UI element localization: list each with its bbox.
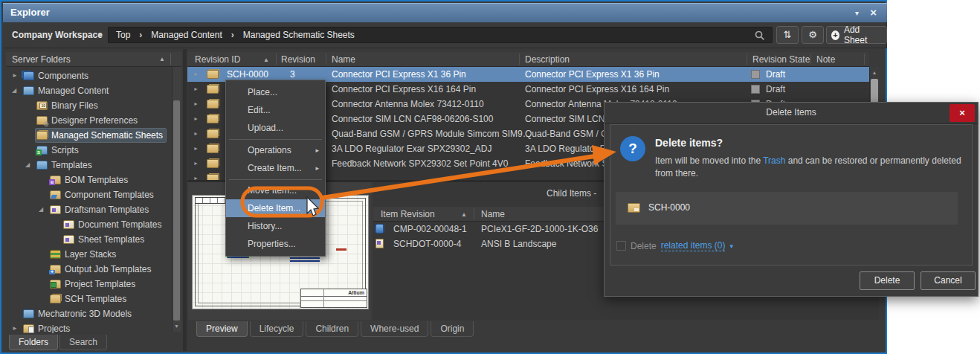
tree-item[interactable]: ► Projects [6, 321, 172, 333]
breadcrumb-item-managed-schematic-sheets[interactable]: Managed Schematic Sheets [243, 30, 355, 40]
tree-item[interactable]: Document Templates [6, 217, 172, 232]
tree-header[interactable]: Server Folders ▲ [6, 52, 181, 67]
schematic-component-glyph [336, 248, 346, 251]
refresh-button[interactable]: ⇅ [776, 26, 799, 44]
schematic-sheet-icon [207, 100, 219, 109]
row-expander-icon[interactable]: ► [193, 101, 199, 106]
folder-icon [63, 220, 74, 229]
column-divider[interactable] [276, 54, 277, 65]
col-revision-id[interactable]: Revision ID [195, 54, 240, 65]
tree-item[interactable]: ◢ Managed Content [6, 83, 172, 98]
tree-item[interactable]: Mechatronic 3D Models [6, 306, 172, 321]
tree-item[interactable]: ◢ Draftsman Templates [6, 202, 172, 217]
column-divider[interactable] [810, 54, 811, 65]
dialog-title-bar[interactable]: Delete Items × [605, 103, 978, 124]
col-revision-state[interactable]: Revision State [752, 54, 810, 65]
preview-tab[interactable]: Origin [431, 321, 474, 337]
col-item-revision[interactable]: Item Revision [381, 209, 435, 219]
sort-asc-icon[interactable]: ▲ [263, 57, 269, 63]
row-expander-icon[interactable]: ► [193, 116, 199, 121]
col-description[interactable]: Description [525, 54, 570, 65]
delete-item-row[interactable]: SCH-0000 [616, 192, 958, 225]
add-sheet-button[interactable]: + Add Sheet [826, 26, 887, 44]
menu-item[interactable]: Place... ▸ [226, 83, 325, 101]
vertical-splitter[interactable] [183, 49, 187, 351]
related-items-link[interactable]: related items (0) [661, 240, 726, 251]
related-items-caret-icon[interactable]: ▾ [729, 242, 733, 250]
bottom-tab[interactable]: Folders [9, 335, 58, 350]
workspace-selector[interactable]: Company Workspace [12, 30, 103, 40]
row-expander-icon[interactable]: ► [193, 146, 199, 151]
dialog-close-button[interactable]: × [950, 104, 975, 122]
menu-item[interactable]: Create Item... ▸ [226, 159, 325, 177]
preview-tab[interactable]: Lifecycle [250, 321, 304, 337]
breadcrumb-item-managed-content[interactable]: Managed Content [151, 30, 222, 40]
row-expander-icon[interactable]: ► [193, 161, 199, 166]
settings-button[interactable]: ⚙ [802, 26, 824, 44]
panel-close-icon[interactable]: × [870, 6, 877, 19]
folder-icon [23, 324, 34, 333]
col-note[interactable]: Note [816, 54, 835, 65]
column-divider[interactable] [326, 54, 326, 65]
preview-tab[interactable]: Where-used [361, 321, 428, 337]
tree-expander-icon[interactable]: ◢ [12, 83, 22, 98]
row-expander-icon[interactable]: ► [193, 86, 199, 91]
col-name[interactable]: Name [332, 54, 355, 65]
tree-scrollbar-thumb[interactable] [173, 100, 180, 321]
tree-expander-icon[interactable]: ► [12, 68, 22, 83]
column-divider[interactable] [519, 54, 520, 65]
col-child-name[interactable]: Name [481, 209, 505, 219]
tree-sort-asc-icon[interactable]: ▲ [159, 56, 165, 62]
tree-item[interactable]: Component Templates [6, 187, 172, 202]
trash-link[interactable]: Trash [763, 155, 785, 166]
tree-item[interactable]: Sheet Templates [6, 232, 172, 247]
breadcrumb-search-box[interactable]: Top › Managed Content › Managed Schemati… [108, 27, 773, 43]
tree-item-label: SCH Templates [65, 292, 126, 306]
tree-item[interactable]: Layer Stacks [6, 247, 172, 262]
tree-item[interactable]: ◢ Templates [6, 158, 172, 173]
tree-item[interactable]: ► Components [6, 68, 172, 83]
tree-item-body: Draftsman Templates [49, 203, 152, 216]
bottom-tab[interactable]: Search [59, 335, 107, 350]
tree-expander-icon[interactable]: ► [12, 321, 22, 333]
column-divider[interactable] [474, 208, 474, 219]
menu-item[interactable]: Edit... ▸ [226, 101, 325, 119]
tree-item[interactable]: Managed Schematic Sheets [6, 128, 172, 143]
tree-item[interactable]: Binary Files [6, 98, 172, 113]
panel-title-bar[interactable]: Explorer ▾ × [3, 3, 887, 23]
sort-asc-icon[interactable]: ▲ [461, 211, 467, 218]
column-divider[interactable] [747, 54, 747, 65]
breadcrumb-item-top[interactable]: Top [116, 30, 130, 40]
tree-item[interactable]: Output Job Templates [6, 262, 172, 277]
workspace-caret-icon[interactable]: ▾ [98, 31, 102, 39]
tree-item[interactable]: Project Templates [6, 277, 172, 292]
table-scroll-up-icon[interactable]: ▲ [871, 69, 878, 77]
row-expander-icon[interactable]: ► [193, 131, 199, 136]
menu-item[interactable]: Move Item... ▸ [226, 181, 325, 199]
column-divider[interactable] [864, 54, 865, 65]
tree-expander-icon[interactable]: ◢ [25, 158, 36, 173]
menu-item[interactable]: Properties... ▸ [226, 235, 325, 253]
preview-tab[interactable]: Children [306, 321, 358, 337]
folder-icon [23, 71, 34, 80]
menu-item[interactable]: History... ▸ [226, 217, 325, 235]
tree-item[interactable]: BOM Templates [6, 173, 172, 187]
tree-item[interactable]: Designer Preferences [6, 113, 172, 128]
tree-expander-icon[interactable]: ◢ [39, 202, 49, 217]
tree-scroll-down-icon[interactable]: ▼ [173, 322, 181, 330]
col-revision[interactable]: Revision [281, 54, 315, 65]
row-expander-icon[interactable]: ► [193, 71, 199, 77]
delete-related-checkbox[interactable] [616, 241, 626, 251]
tree-item[interactable]: Scripts [6, 143, 172, 158]
panel-menu-caret-icon[interactable]: ▾ [855, 9, 859, 17]
delete-button[interactable]: Delete [860, 271, 915, 290]
folder-icon [36, 116, 48, 125]
cancel-button[interactable]: Cancel [921, 271, 976, 290]
preview-tab[interactable]: Preview [196, 321, 248, 337]
menu-item[interactable]: Delete Item... ▸ [226, 199, 325, 217]
tree-item-body: BOM Templates [49, 173, 131, 187]
search-icon[interactable] [755, 30, 765, 44]
tree-item[interactable]: SCH Templates [6, 292, 172, 306]
menu-item[interactable]: Upload... ▸ [226, 119, 325, 137]
menu-item[interactable]: Operations ▸ [226, 141, 325, 159]
